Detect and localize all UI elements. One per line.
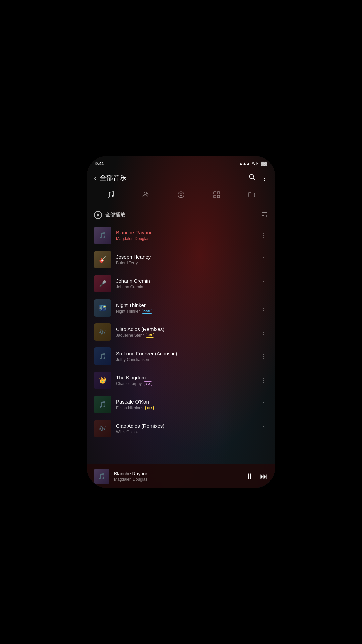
- song-artist: Night Thinker: [116, 309, 140, 314]
- song-item[interactable]: 🎵 Pascale O'Kon Elisha Nikolaus HR ⋮: [87, 392, 275, 417]
- song-title: Joseph Heaney: [116, 254, 255, 260]
- song-thumbnail: 🎵: [94, 227, 111, 244]
- more-menu-icon[interactable]: ⋮: [261, 174, 268, 182]
- tab-songs-icon: [106, 191, 114, 201]
- song-artist: Magdalen Douglas: [116, 236, 149, 241]
- header: ‹ 全部音乐 ⋮: [87, 171, 275, 186]
- play-all-left: 全部播放: [94, 211, 125, 219]
- svg-rect-8: [217, 195, 220, 198]
- song-item[interactable]: 🎵 So Long Forever (Acoustic) Jeffry Chri…: [87, 344, 275, 368]
- song-info: Ciao Adios (Remixes) Willis Osinski: [116, 423, 255, 434]
- song-meta: Magdalen Douglas: [116, 236, 255, 241]
- song-item[interactable]: 🎶 Ciao Adios (Remixes) Jaqueline Stehr H…: [87, 320, 275, 344]
- quality-badge: SQ: [144, 381, 152, 386]
- song-item[interactable]: 🎸 Joseph Heaney Buford Terry ⋮: [87, 248, 275, 272]
- song-thumb-emoji: 🎶: [99, 425, 106, 432]
- svg-rect-6: [217, 192, 220, 194]
- song-more-button[interactable]: ⋮: [259, 327, 268, 337]
- song-thumb-emoji: 🌃: [99, 304, 106, 312]
- tab-songs[interactable]: [103, 189, 118, 202]
- search-icon[interactable]: [249, 174, 255, 182]
- quality-badge: HR: [146, 333, 154, 338]
- song-more-button[interactable]: ⋮: [259, 399, 268, 410]
- song-meta: Night Thinker DSD: [116, 309, 255, 314]
- sort-icon[interactable]: [261, 210, 268, 219]
- song-artist: Elisha Nikolaus: [116, 406, 143, 410]
- song-more-button[interactable]: ⋮: [259, 375, 268, 385]
- song-info: Johann Cremin Johann Cremin: [116, 278, 255, 289]
- song-artist: Charlie Torphy: [116, 381, 142, 386]
- song-more-button[interactable]: ⋮: [259, 255, 268, 265]
- wifi-icon: WiFi: [252, 161, 259, 165]
- song-meta: Buford Terry: [116, 261, 255, 265]
- song-info: The Kingdom Charlie Torphy SQ: [116, 375, 255, 386]
- quality-badge: HR: [145, 406, 154, 410]
- song-more-button[interactable]: ⋮: [259, 303, 268, 313]
- now-playing-thumbnail: 🎵: [94, 469, 109, 484]
- phone-screen: 9:41 ▲▲▲ WiFi ▓▓ ‹ 全部音乐: [87, 156, 275, 488]
- now-playing-bar[interactable]: 🎵 Blanche Raynor Magdalen Douglas ⏸ ⏭: [87, 464, 275, 488]
- back-button[interactable]: ‹: [94, 174, 96, 182]
- song-info: Pascale O'Kon Elisha Nikolaus HR: [116, 399, 255, 410]
- page-title: 全部音乐: [100, 173, 126, 182]
- play-all-button[interactable]: [94, 211, 102, 219]
- phone-frame: 9:41 ▲▲▲ WiFi ▓▓ ‹ 全部音乐: [87, 156, 275, 488]
- tab-folders-icon: [248, 191, 256, 201]
- song-meta: Elisha Nikolaus HR: [116, 406, 255, 410]
- song-item[interactable]: 🎵 Blanche Raynor Magdalen Douglas ⋮: [87, 223, 275, 248]
- song-thumbnail: 👑: [94, 372, 111, 389]
- song-thumbnail: 🎵: [94, 396, 111, 413]
- status-bar: 9:41 ▲▲▲ WiFi ▓▓: [87, 156, 275, 171]
- pause-button[interactable]: ⏸: [245, 472, 253, 481]
- song-info: Ciao Adios (Remixes) Jaqueline Stehr HR: [116, 326, 255, 338]
- song-thumbnail: 🎤: [94, 275, 111, 292]
- tab-albums-icon: [177, 191, 185, 201]
- song-meta: Johann Cremin: [116, 285, 255, 289]
- song-artist: Jaqueline Stehr: [116, 333, 144, 338]
- song-artist: Willis Osinski: [116, 430, 140, 434]
- tab-folders[interactable]: [244, 189, 259, 202]
- play-all-bar: 全部播放: [87, 206, 275, 223]
- song-item[interactable]: 🌃 Night Thinker Night Thinker DSD ⋮: [87, 296, 275, 320]
- song-more-button[interactable]: ⋮: [259, 424, 268, 434]
- song-thumb-emoji: 🎶: [99, 328, 106, 336]
- song-title: Night Thinker: [116, 302, 255, 308]
- song-thumbnail: 🎶: [94, 323, 111, 341]
- song-more-button[interactable]: ⋮: [259, 230, 268, 240]
- song-thumb-emoji: 🎵: [99, 232, 106, 239]
- now-playing-info: Blanche Raynor Magdalen Douglas: [114, 471, 241, 482]
- song-title: Blanche Raynor: [116, 230, 255, 235]
- song-title: Ciao Adios (Remixes): [116, 423, 255, 429]
- tab-albums[interactable]: [174, 189, 188, 202]
- song-meta: Charlie Torphy SQ: [116, 381, 255, 386]
- app-content: 9:41 ▲▲▲ WiFi ▓▓ ‹ 全部音乐: [87, 156, 275, 488]
- song-thumb-emoji: 👑: [99, 377, 106, 384]
- song-thumb-emoji: 🎵: [99, 401, 106, 408]
- quality-badge: DSD: [142, 309, 152, 314]
- song-thumbnail: 🎶: [94, 420, 111, 437]
- song-thumbnail: 🎵: [94, 347, 111, 365]
- tab-grid[interactable]: [209, 189, 224, 202]
- svg-point-0: [250, 175, 254, 179]
- song-meta: Willis Osinski: [116, 430, 255, 434]
- song-list: 🎵 Blanche Raynor Magdalen Douglas ⋮ 🎸 Jo…: [87, 223, 275, 488]
- tab-artists[interactable]: [138, 189, 153, 202]
- song-thumb-emoji: 🎸: [99, 256, 106, 263]
- next-button[interactable]: ⏭: [260, 472, 268, 481]
- svg-point-2: [144, 192, 147, 195]
- song-more-button[interactable]: ⋮: [259, 279, 268, 289]
- song-item[interactable]: 🎶 Ciao Adios (Remixes) Willis Osinski ⋮: [87, 417, 275, 441]
- song-title: The Kingdom: [116, 375, 255, 380]
- song-item[interactable]: 🎤 Johann Cremin Johann Cremin ⋮: [87, 272, 275, 296]
- song-item[interactable]: 👑 The Kingdom Charlie Torphy SQ ⋮: [87, 368, 275, 392]
- tab-bar: [87, 186, 275, 206]
- song-title: Pascale O'Kon: [116, 399, 255, 405]
- battery-icon: ▓▓: [261, 161, 267, 165]
- song-more-button[interactable]: ⋮: [259, 351, 268, 361]
- song-thumb-emoji: 🎤: [99, 280, 106, 287]
- header-right: ⋮: [249, 174, 268, 182]
- song-thumbnail: 🎸: [94, 251, 111, 268]
- song-artist: Johann Cremin: [116, 285, 143, 289]
- header-left: ‹ 全部音乐: [94, 173, 126, 182]
- song-artist: Buford Terry: [116, 261, 138, 265]
